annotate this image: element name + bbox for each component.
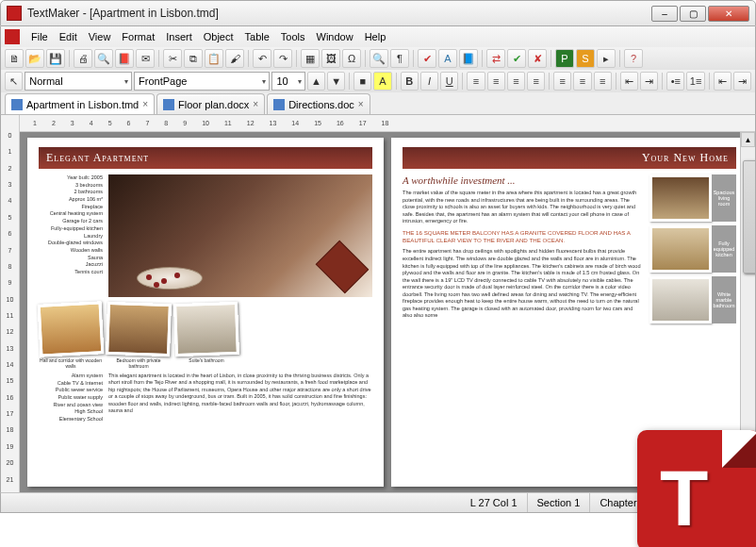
menu-bar: File Edit View Format Insert Object Tabl… bbox=[0, 26, 756, 47]
tab-left-icon[interactable]: ⇤ bbox=[620, 72, 638, 91]
menu-object[interactable]: Object bbox=[198, 29, 239, 44]
page2-banner: Your New Home bbox=[403, 147, 736, 169]
align-right-icon[interactable]: ≡ bbox=[507, 72, 525, 91]
font-size-up-icon[interactable]: ▲ bbox=[307, 72, 325, 91]
underline-icon[interactable]: U bbox=[440, 72, 458, 91]
format-paint-icon[interactable]: 🖌 bbox=[225, 49, 244, 68]
font-color-icon[interactable]: ■ bbox=[353, 72, 371, 91]
print-icon[interactable]: 🖨 bbox=[74, 49, 92, 68]
page2-para1: The market value of the square meter in … bbox=[403, 190, 642, 225]
document-tabs: Apartment in Lisbon.tmd × Floor plan.doc… bbox=[0, 92, 756, 115]
bullets-icon[interactable]: •≡ bbox=[666, 72, 684, 91]
menu-tools[interactable]: Tools bbox=[275, 29, 311, 44]
page-1[interactable]: Elegant Apartment Year built: 20053 bedr… bbox=[27, 138, 384, 487]
highlight-icon[interactable]: A bbox=[373, 72, 391, 91]
help-icon[interactable]: ? bbox=[624, 49, 643, 68]
bold-icon[interactable]: B bbox=[401, 72, 419, 91]
show-marks-icon[interactable]: ¶ bbox=[390, 49, 409, 68]
presentations-icon[interactable]: S bbox=[576, 49, 595, 68]
redo-icon[interactable]: ↷ bbox=[273, 49, 292, 68]
status-section: Section 1 bbox=[528, 493, 591, 512]
basicmaker-icon[interactable]: ▸ bbox=[597, 49, 616, 68]
table-icon[interactable]: ▦ bbox=[301, 49, 320, 68]
menu-help[interactable]: Help bbox=[359, 29, 392, 44]
page1-amenities-list: Alarm systemCable TV & InternetPublic se… bbox=[39, 373, 103, 423]
paragraph-style-select[interactable]: Normal bbox=[25, 72, 132, 91]
email-icon[interactable]: ✉ bbox=[136, 49, 155, 68]
italic-icon[interactable]: I bbox=[420, 72, 438, 91]
page2-subtitle: A worthwhile investment ... bbox=[403, 174, 642, 186]
page2-card-living: Spacious living room bbox=[649, 174, 736, 222]
page2-card-bathroom: White marble bathroom bbox=[649, 276, 736, 323]
undo-icon[interactable]: ↶ bbox=[253, 49, 271, 68]
cut-icon[interactable]: ✂ bbox=[163, 49, 182, 68]
close-tab-icon[interactable]: × bbox=[142, 99, 148, 109]
spellcheck-icon[interactable]: ✔ bbox=[418, 49, 436, 68]
planmaker-icon[interactable]: P bbox=[555, 49, 574, 68]
scroll-up-icon[interactable]: ▲ bbox=[741, 132, 755, 147]
pointer-icon[interactable]: ↖ bbox=[5, 72, 23, 91]
line-spacing-15-icon[interactable]: ≡ bbox=[573, 72, 591, 91]
close-button[interactable]: ✕ bbox=[708, 6, 749, 22]
page1-description: This elegant apartment is located in the… bbox=[108, 373, 372, 423]
close-tab-icon[interactable]: × bbox=[253, 99, 258, 109]
page2-card-kitchen: Fully equipped kitchen bbox=[649, 225, 736, 273]
minimize-button[interactable]: – bbox=[651, 6, 678, 22]
menu-window[interactable]: Window bbox=[311, 29, 359, 44]
scroll-thumb[interactable] bbox=[743, 160, 755, 274]
maximize-button[interactable]: ▢ bbox=[680, 6, 706, 22]
page2-para2: The entire apartment has drop ceilings w… bbox=[403, 248, 642, 319]
page1-thumb-suite bbox=[173, 302, 239, 356]
menu-table[interactable]: Table bbox=[239, 29, 275, 44]
save-icon[interactable]: 💾 bbox=[46, 49, 65, 68]
image-icon[interactable]: 🖼 bbox=[321, 49, 340, 68]
toolbar-format: ↖ Normal FrontPage 10 ▲ ▼ ■ A B I U ≡ ≡ … bbox=[0, 70, 756, 92]
system-menu-icon[interactable] bbox=[5, 29, 20, 44]
paste-icon[interactable]: 📋 bbox=[205, 49, 223, 68]
page1-thumb-bedroom bbox=[106, 302, 172, 356]
tab-directions[interactable]: Directions.doc × bbox=[267, 93, 370, 114]
copy-icon[interactable]: ⧉ bbox=[184, 49, 203, 68]
print-preview-icon[interactable]: 🔍 bbox=[94, 49, 113, 68]
pdf-icon[interactable]: 📕 bbox=[115, 49, 134, 68]
line-spacing-1-icon[interactable]: ≡ bbox=[553, 72, 571, 91]
font-size-down-icon[interactable]: ▼ bbox=[327, 72, 345, 91]
align-justify-icon[interactable]: ≡ bbox=[527, 72, 545, 91]
line-spacing-2-icon[interactable]: ≡ bbox=[594, 72, 612, 91]
align-left-icon[interactable]: ≡ bbox=[467, 72, 485, 91]
font-size-select[interactable]: 10 bbox=[271, 72, 304, 91]
menu-file[interactable]: File bbox=[25, 29, 54, 44]
menu-format[interactable]: Format bbox=[116, 29, 160, 44]
numbering-icon[interactable]: 1≡ bbox=[686, 72, 704, 91]
font-a-icon[interactable]: A bbox=[438, 49, 457, 68]
app-icon bbox=[7, 6, 22, 21]
tab-floorplan[interactable]: Floor plan.docx × bbox=[156, 93, 265, 114]
tab-right-icon[interactable]: ⇥ bbox=[640, 72, 658, 91]
tab-apartment[interactable]: Apartment in Lisbon.tmd × bbox=[5, 93, 155, 114]
menu-insert[interactable]: Insert bbox=[160, 29, 198, 44]
open-icon[interactable]: 📂 bbox=[25, 49, 44, 68]
vertical-ruler: 0123456789101112131415161718192021 bbox=[1, 115, 20, 492]
new-doc-icon[interactable]: 🗎 bbox=[5, 49, 24, 68]
align-center-icon[interactable]: ≡ bbox=[487, 72, 505, 91]
decrease-indent-icon[interactable]: ⇤ bbox=[714, 72, 731, 91]
card-label: Fully equipped kitchen bbox=[712, 225, 736, 273]
living-room-photo bbox=[649, 174, 712, 222]
logo-letter: T bbox=[660, 458, 708, 538]
font-select[interactable]: FrontPage bbox=[134, 72, 270, 91]
accept-change-icon[interactable]: ✔ bbox=[507, 49, 526, 68]
symbol-icon[interactable]: Ω bbox=[342, 49, 361, 68]
page2-highlight: The 16 square meter balcony has a granit… bbox=[403, 229, 642, 245]
tab-label: Apartment in Lisbon.tmd bbox=[26, 99, 139, 110]
reject-change-icon[interactable]: ✘ bbox=[528, 49, 547, 68]
menu-edit[interactable]: Edit bbox=[54, 29, 83, 44]
card-label: White marble bathroom bbox=[712, 276, 736, 323]
tab-label: Floor plan.docx bbox=[178, 99, 249, 110]
thesaurus-icon[interactable]: 📘 bbox=[459, 49, 478, 68]
increase-indent-icon[interactable]: ⇥ bbox=[733, 72, 751, 91]
kitchen-photo bbox=[649, 225, 712, 273]
close-tab-icon[interactable]: × bbox=[358, 99, 364, 109]
zoom-icon[interactable]: 🔍 bbox=[370, 49, 388, 68]
track-changes-icon[interactable]: ⇄ bbox=[486, 49, 505, 68]
menu-view[interactable]: View bbox=[83, 29, 117, 44]
